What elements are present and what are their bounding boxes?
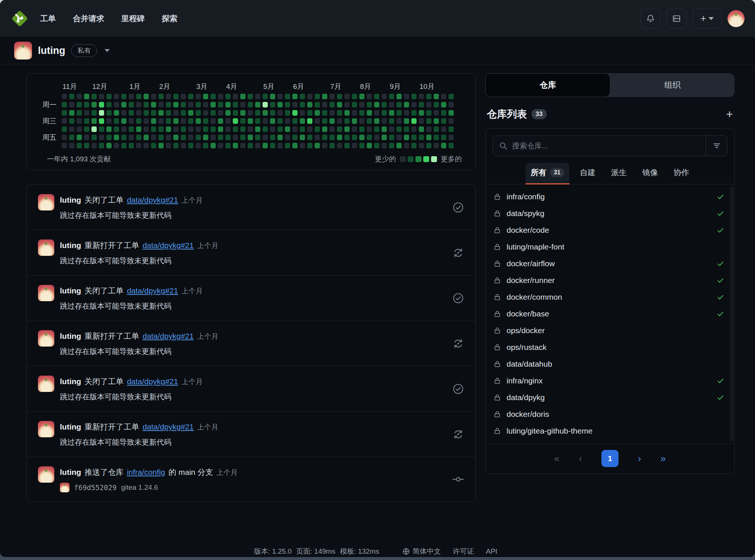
feed-username-link[interactable]: luting xyxy=(60,377,81,386)
repo-row[interactable]: luting/gitea-github-theme xyxy=(486,422,734,439)
repo-row[interactable]: docker/code xyxy=(486,222,734,238)
heatmap-cell xyxy=(389,143,394,148)
heatmap-cell xyxy=(129,94,134,99)
notifications-button[interactable] xyxy=(640,9,661,29)
nav-item-explore[interactable]: 探索 xyxy=(162,13,177,24)
feed-target-link[interactable]: data/dpykg#21 xyxy=(127,377,178,386)
heatmap-cell xyxy=(181,126,186,132)
heatmap-cell xyxy=(203,102,208,107)
heatmap-cell xyxy=(322,118,327,124)
pagination-page-1[interactable]: 1 xyxy=(601,450,619,467)
pagination-first-button[interactable]: « xyxy=(554,453,559,464)
heatmap-month-label: 10月 xyxy=(420,82,434,91)
nav-item-issues[interactable]: 工单 xyxy=(40,13,56,24)
avatar[interactable] xyxy=(38,239,54,256)
avatar[interactable] xyxy=(38,285,54,301)
heatmap-cell xyxy=(211,94,216,99)
repo-row[interactable]: docker/base xyxy=(486,305,734,322)
feed-username-link[interactable]: luting xyxy=(60,286,81,295)
repo-row[interactable]: docker/common xyxy=(486,289,734,305)
feed-action-text: 关闭了工单 xyxy=(84,286,123,296)
feed-username-link[interactable]: luting xyxy=(60,332,81,341)
heatmap-cell xyxy=(233,94,238,99)
repo-row[interactable]: docker/airflow xyxy=(486,255,734,272)
repo-search-input[interactable] xyxy=(512,142,706,150)
repo-row[interactable]: luting/maple-font xyxy=(486,238,734,255)
legend-less-label: 更少的 xyxy=(375,154,396,164)
footer-language-link[interactable]: 简体中文 xyxy=(402,547,441,556)
heatmap-cell xyxy=(121,118,126,124)
avatar[interactable] xyxy=(38,194,54,210)
pagination-prev-button[interactable]: ‹ xyxy=(579,453,582,464)
heatmap-cell xyxy=(382,135,387,140)
create-new-button[interactable]: + xyxy=(693,9,722,29)
filter-tab-forks[interactable]: 派生 xyxy=(606,163,632,184)
filter-count-badge: 31 xyxy=(550,168,564,177)
heatmap-cell xyxy=(270,102,275,107)
feed-target-link[interactable]: data/dpykg#21 xyxy=(127,196,178,205)
lock-icon xyxy=(493,293,501,301)
chevron-down-icon[interactable] xyxy=(105,49,110,52)
heatmap-cell xyxy=(240,118,245,124)
commit-hash-link[interactable]: f69d552029 xyxy=(74,483,116,492)
heatmap-cell xyxy=(277,118,283,124)
filter-tab-collaborative[interactable]: 协作 xyxy=(668,163,694,184)
footer-api-link[interactable]: API xyxy=(486,547,497,556)
nav-item-milestones[interactable]: 里程碑 xyxy=(121,13,145,24)
avatar[interactable] xyxy=(38,466,54,483)
repo-name: docker/code xyxy=(507,226,549,235)
tab-organizations[interactable]: 组织 xyxy=(610,73,735,97)
heatmap-cell xyxy=(248,135,253,140)
repo-row[interactable]: ops/rustack xyxy=(486,339,734,355)
feed-username-link[interactable]: luting xyxy=(60,241,81,250)
heatmap-cell xyxy=(292,143,298,148)
repo-row[interactable]: data/dpykg xyxy=(486,389,734,406)
heatmap-cell xyxy=(292,135,298,140)
filter-tab-all[interactable]: 所有 31 xyxy=(526,163,569,184)
heatmap-cell xyxy=(225,94,231,99)
repo-row[interactable]: docker/doris xyxy=(486,406,734,422)
filter-tab-mirrors[interactable]: 镜像 xyxy=(637,163,663,184)
repo-row[interactable]: data/datahub xyxy=(486,355,734,372)
feed-target-link[interactable]: data/dpykg#21 xyxy=(142,332,194,341)
search-filter-button[interactable] xyxy=(706,136,727,156)
avatar[interactable] xyxy=(38,376,54,392)
right-panel: 仓库 组织 仓库列表 33 + xyxy=(485,73,735,474)
feed-target-link[interactable]: infra/config xyxy=(127,468,165,477)
avatar[interactable] xyxy=(38,330,54,347)
pagination-next-button[interactable]: › xyxy=(638,453,641,464)
nav-item-pull-requests[interactable]: 合并请求 xyxy=(73,13,104,24)
repo-row[interactable]: docker/runner xyxy=(486,272,734,289)
feed-target-link[interactable]: data/dpykg#21 xyxy=(142,422,194,431)
profile-username[interactable]: luting xyxy=(38,45,65,57)
heatmap-cell xyxy=(389,94,394,99)
feed-body-text: 跳过存在版本可能导致未更新代码 xyxy=(60,437,218,447)
repo-row[interactable]: ops/docker xyxy=(486,322,734,339)
feed-username-link[interactable]: luting xyxy=(60,196,81,205)
repo-row[interactable]: infra/nginx xyxy=(486,372,734,389)
repo-row[interactable]: infra/config xyxy=(486,188,734,205)
admin-panel-button[interactable] xyxy=(666,9,687,29)
repo-row[interactable]: data/spykg xyxy=(486,205,734,222)
heatmap-cell xyxy=(240,94,245,99)
profile-avatar[interactable] xyxy=(14,42,32,59)
nav-menu: 工单合并请求里程碑探索 xyxy=(40,13,177,24)
gitea-logo-icon[interactable] xyxy=(10,9,29,28)
heatmap-cell xyxy=(144,126,149,132)
footer-license-link[interactable]: 许可证 xyxy=(453,547,474,556)
user-avatar[interactable] xyxy=(727,10,745,27)
add-repo-button[interactable]: + xyxy=(726,108,733,120)
avatar[interactable] xyxy=(38,421,54,437)
heatmap-cell xyxy=(181,143,186,148)
heatmap-cell xyxy=(77,102,82,107)
tab-repositories[interactable]: 仓库 xyxy=(485,73,610,97)
pagination-last-button[interactable]: » xyxy=(661,453,666,464)
filter-tab-self[interactable]: 自建 xyxy=(575,163,601,184)
repo-list-scrollbar[interactable] xyxy=(730,187,733,441)
heatmap-cell xyxy=(62,143,67,148)
heatmap-cell xyxy=(322,110,327,116)
feed-target-link[interactable]: data/dpykg#21 xyxy=(142,241,194,250)
feed-username-link[interactable]: luting xyxy=(60,468,81,477)
feed-username-link[interactable]: luting xyxy=(60,422,81,431)
feed-target-link[interactable]: data/dpykg#21 xyxy=(127,286,178,295)
